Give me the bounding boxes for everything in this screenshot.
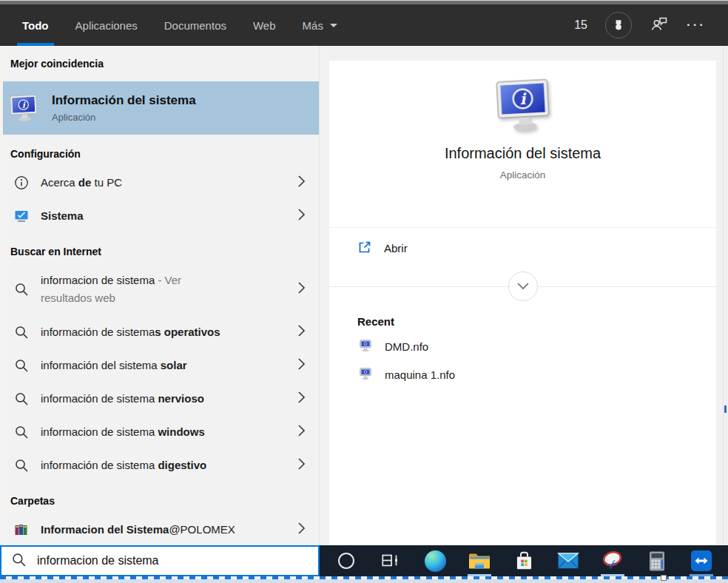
chevron-right-icon [297,391,306,407]
file-explorer-icon[interactable] [463,545,496,576]
chevron-right-icon [297,424,306,440]
best-match-result[interactable]: i Información del sistema Aplicación [0,81,319,135]
taskbar-search-box[interactable] [0,545,320,576]
chevron-right-icon [297,357,306,374]
tab-aplicaciones[interactable]: Aplicaciones [75,4,138,46]
tab-todo[interactable]: Todo [22,4,49,46]
recent-section-label: Recent [329,305,716,332]
expand-button[interactable] [508,272,538,301]
screen-left-edge [0,46,3,545]
snip-selection-border [0,576,728,579]
section-settings: Configuración [0,135,319,166]
section-best-match: Mejor coincidencia [0,46,319,75]
folder-result-row[interactable]: Informacion del Sistema@POLOMEX [0,513,319,545]
cortana-icon[interactable] [330,545,363,576]
open-action[interactable]: Abrir [329,228,716,268]
web-suggestion-row[interactable]: información de sistema nervioso [0,382,319,415]
snip-selection-handle[interactable] [661,575,667,581]
open-label: Abrir [384,242,408,255]
recent-file-name: DMD.nfo [385,340,428,353]
store-icon[interactable] [508,545,540,576]
chevron-right-icon [297,281,306,297]
calculator-icon[interactable] [641,545,673,576]
chevron-right-icon [297,457,306,474]
teamviewer-icon[interactable] [685,545,718,576]
tab-documentos[interactable]: Documentos [164,4,226,46]
recent-file-name: maquina 1.nfo [385,368,455,381]
rewards-medal-icon[interactable] [605,12,632,38]
more-options-icon[interactable]: ··· [687,18,706,33]
mail-icon[interactable] [552,545,584,576]
info-circle-icon [13,175,30,190]
expand-divider [329,268,716,305]
filter-tabs: Todo Aplicaciones Documentos Web Más [22,4,337,46]
section-web-search: Buscar en Internet [0,232,319,263]
scrollbar-track[interactable] [723,46,724,545]
chevron-right-icon [297,175,306,191]
chevron-right-icon [297,208,306,224]
header-actions: 15 ··· [574,4,706,46]
recent-file-row[interactable]: DMD.nfo [329,332,716,360]
web-suggestion-row[interactable]: información de sistema digestivo [0,448,319,482]
system-settings-icon [13,209,30,223]
system-information-icon: i [8,93,39,123]
preview-card: i Información del sistema Aplicación Abr… [329,61,716,545]
results-panel: Mejor coincidencia i Información del sis… [0,46,320,545]
preview-panel: i Información del sistema Aplicación Abr… [320,46,728,545]
search-icon [11,552,27,570]
rewards-count: 15 [574,18,587,32]
chevron-right-icon [297,324,306,340]
settings-item-about-pc[interactable]: Acerca de tu PC [0,166,319,199]
search-icon [13,358,30,373]
search-filter-header: Todo Aplicaciones Documentos Web Más 15 … [0,4,728,46]
chevron-down-icon [516,282,530,291]
nfo-file-icon [359,339,372,354]
taskbar: ✂ [320,545,728,576]
settings-item-system[interactable]: Sistema [0,199,319,232]
edge-icon[interactable] [419,545,451,576]
feedback-icon[interactable] [650,15,669,36]
preview-hero: i Información del sistema Aplicación [329,61,716,228]
system-information-icon: i [493,77,553,133]
chevron-down-icon [330,24,337,31]
section-folders: Carpetas [0,482,319,513]
web-suggestion-row[interactable]: información de sistemas operativos [0,315,319,348]
recent-file-row[interactable]: maquina 1.nfo [329,360,716,388]
web-suggestion-row[interactable]: informacion de sistema - Ver resultados … [0,263,319,315]
best-match-subtitle: Aplicación [52,112,196,123]
chevron-right-icon [297,522,306,538]
archive-books-icon [13,522,30,537]
search-icon [13,282,30,297]
task-view-icon[interactable] [374,545,407,576]
preview-title: Información del sistema [445,145,601,162]
search-icon [13,425,30,439]
search-input[interactable] [37,554,309,567]
nfo-file-icon [359,367,372,383]
web-suggestion-row[interactable]: información del sistema solar [0,348,319,382]
search-icon [13,325,30,340]
screen-bottom-edge [0,579,728,583]
search-icon [13,458,30,473]
windows-search-flyout: Todo Aplicaciones Documentos Web Más 15 … [0,0,728,583]
best-match-title: Información del sistema [52,93,196,108]
tab-mas[interactable]: Más [303,4,337,46]
open-external-icon [357,240,372,257]
scrollbar-thumb[interactable] [724,405,727,413]
preview-subtitle: Aplicación [500,169,546,181]
web-suggestion-row[interactable]: informacion de sistema windows [0,415,319,448]
search-icon [13,391,30,406]
tab-web[interactable]: Web [253,4,276,46]
snipping-tool-icon[interactable]: ✂ [596,545,629,576]
